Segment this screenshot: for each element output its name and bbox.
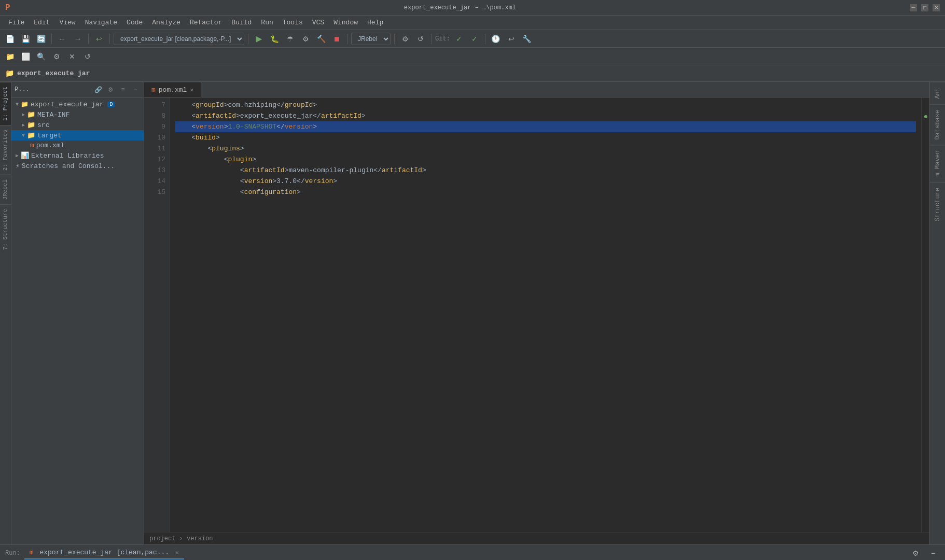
minimize-button[interactable]: ─ [910, 4, 917, 11]
build-button[interactable]: 🔨 [314, 32, 328, 46]
menu-code[interactable]: Code [122, 17, 147, 29]
tree-item-target[interactable]: ▼ 📁 target [11, 130, 144, 141]
right-panel-ant[interactable]: Ant [930, 82, 945, 104]
folder-icon-src: 📁 [27, 121, 35, 129]
folder-icon-meta: 📁 [27, 110, 35, 119]
run-panel-settings-button[interactable]: ⚙ [909, 547, 922, 560]
editor-tab-pom[interactable]: m pom.xml ✕ [144, 82, 201, 97]
menu-window[interactable]: Window [329, 17, 362, 29]
code-line-13: <artifactId>maven-compiler-plugin</artif… [175, 165, 916, 176]
line-numbers: 7 8 9 10 11 12 13 14 15 [144, 97, 170, 532]
main-area: 1: Project 2: Favorites JRebel 7: Struct… [0, 82, 945, 544]
code-line-12: <plugin> [175, 154, 916, 165]
code-line-10: <build> [175, 132, 916, 143]
project-tree: ▼ 📁 export_execute_jar D ▶ 📁 META-INF ▶ … [11, 97, 144, 544]
tree-item-meta-inf[interactable]: ▶ 📁 META-INF [11, 109, 144, 120]
coverage-button[interactable]: ☂ [283, 32, 297, 46]
tree-label-ext: External Libraries [31, 152, 104, 160]
back-button[interactable]: ← [55, 32, 69, 46]
title-bar: P export_execute_jar – …\pom.xml ─ □ ✕ [0, 0, 945, 16]
menu-tools[interactable]: Tools [279, 17, 307, 29]
menu-build[interactable]: Build [227, 17, 256, 29]
new-project-button[interactable]: 📁 [3, 50, 17, 63]
right-panel-database[interactable]: Database [930, 104, 945, 145]
tree-item-project[interactable]: ▼ 📁 export_execute_jar D [11, 100, 144, 109]
run-config-dropdown[interactable]: export_execute_jar [clean,package,-P...] [114, 33, 244, 45]
menu-refactor[interactable]: Refactor [186, 17, 226, 29]
tree-item-pom[interactable]: m pom.xml [11, 141, 144, 150]
title-bar-controls: ─ □ ✕ [910, 4, 940, 11]
jrebel-settings-button[interactable]: ⚙ [398, 32, 412, 46]
panel-tab-project[interactable]: 1: Project [0, 82, 11, 125]
line-num-7: 7 [146, 100, 165, 110]
settings2-button[interactable]: ⚙ [50, 50, 63, 63]
history-button[interactable]: 🕐 [489, 32, 503, 46]
sync2-button[interactable]: ⬜ [19, 50, 32, 63]
code-line-8: <artifactId>export_execute_jar</artifact… [175, 110, 916, 121]
line-num-14: 14 [146, 176, 165, 187]
menu-run[interactable]: Run [257, 17, 277, 29]
jrebel-sync-button[interactable]: ↺ [414, 32, 427, 46]
save-button[interactable]: 💾 [19, 32, 32, 46]
panel-hide-button[interactable]: − [130, 85, 141, 95]
panel-tab-favorites[interactable]: 2: Favorites [0, 125, 11, 175]
breadcrumb-text: project › version [149, 535, 213, 542]
menu-view[interactable]: View [55, 17, 79, 29]
folder-icon-target: 📁 [27, 131, 35, 139]
jrebel-dropdown[interactable]: JRebel [351, 33, 391, 45]
right-panel-maven[interactable]: m Maven [930, 145, 945, 181]
left-panel-tabs: 1: Project 2: Favorites JRebel 7: Struct… [0, 82, 11, 544]
forward-button[interactable]: → [71, 32, 85, 46]
line-num-8: 8 [146, 110, 165, 121]
tree-item-scratches[interactable]: ⚡ Scratches and Consol... [11, 161, 144, 171]
tree-arrow-ext: ▶ [16, 152, 19, 159]
menu-edit[interactable]: Edit [30, 17, 54, 29]
run-panel-minimize-button[interactable]: − [926, 547, 940, 560]
menu-help[interactable]: Help [363, 17, 387, 29]
toolbar-divider-3 [109, 34, 110, 44]
menu-navigate[interactable]: Navigate [81, 17, 121, 29]
tree-arrow-meta: ▶ [22, 111, 25, 118]
run-button[interactable]: ▶ [252, 32, 266, 46]
maximize-button[interactable]: □ [921, 4, 928, 11]
tree-label-project: export_execute_jar [31, 101, 103, 108]
new-file-button[interactable]: 📄 [3, 32, 17, 46]
refresh2-button[interactable]: ↺ [81, 50, 94, 63]
tree-label-pom: pom.xml [36, 142, 65, 149]
profile-button[interactable]: ⚙ [299, 32, 312, 46]
close-button[interactable]: ✕ [933, 4, 940, 11]
close2-button[interactable]: ✕ [65, 50, 79, 63]
toolbar-divider-5 [347, 34, 348, 44]
toolbar-divider-7 [431, 34, 432, 44]
undo-run-button[interactable]: ↩ [92, 32, 106, 46]
git-check2-button[interactable]: ✓ [468, 32, 481, 46]
revert-button[interactable]: ↩ [505, 32, 518, 46]
right-panel-structure[interactable]: Structure [930, 182, 945, 227]
panel-tab-structure[interactable]: 7: Structure [0, 204, 11, 254]
menu-vcs[interactable]: VCS [308, 17, 328, 29]
tab-close-pom[interactable]: ✕ [190, 87, 193, 93]
panel-link-button[interactable]: 🔗 [93, 85, 103, 95]
search2-button[interactable]: 🔍 [34, 50, 48, 63]
title-bar-left: P [5, 3, 10, 12]
stop-button[interactable]: ⏹ [330, 32, 343, 46]
code-area[interactable]: <groupId>com.hzhiping</groupId> <artifac… [170, 97, 921, 532]
panel-tab-jrebel[interactable]: JRebel [0, 175, 11, 204]
run-panel-tab-main[interactable]: m export_execute_jar [clean,pac... ✕ [24, 547, 184, 559]
panel-gear-button[interactable]: ⚙ [105, 85, 116, 95]
git-check-button[interactable]: ✓ [452, 32, 466, 46]
menu-analyze[interactable]: Analyze [148, 17, 185, 29]
project-panel: P... 🔗 ⚙ ≡ − ▼ 📁 export_execute_jar D ▶ … [11, 82, 144, 544]
app-logo: P [5, 3, 10, 12]
project-panel-header: P... 🔗 ⚙ ≡ − [11, 82, 144, 97]
menu-file[interactable]: File [4, 17, 29, 29]
settings-button[interactable]: 🔧 [520, 32, 534, 46]
tree-item-src[interactable]: ▶ 📁 src [11, 120, 144, 130]
tree-item-external-libs[interactable]: ▶ 📊 External Libraries [11, 150, 144, 161]
debug-button[interactable]: 🐛 [268, 32, 281, 46]
sync-button[interactable]: 🔄 [34, 32, 48, 46]
menu-bar: File Edit View Navigate Code Analyze Ref… [0, 16, 945, 30]
panel-settings-button[interactable]: ≡ [118, 85, 128, 95]
editor-tabs: m pom.xml ✕ [144, 82, 929, 97]
run-tab-close[interactable]: ✕ [175, 550, 179, 556]
